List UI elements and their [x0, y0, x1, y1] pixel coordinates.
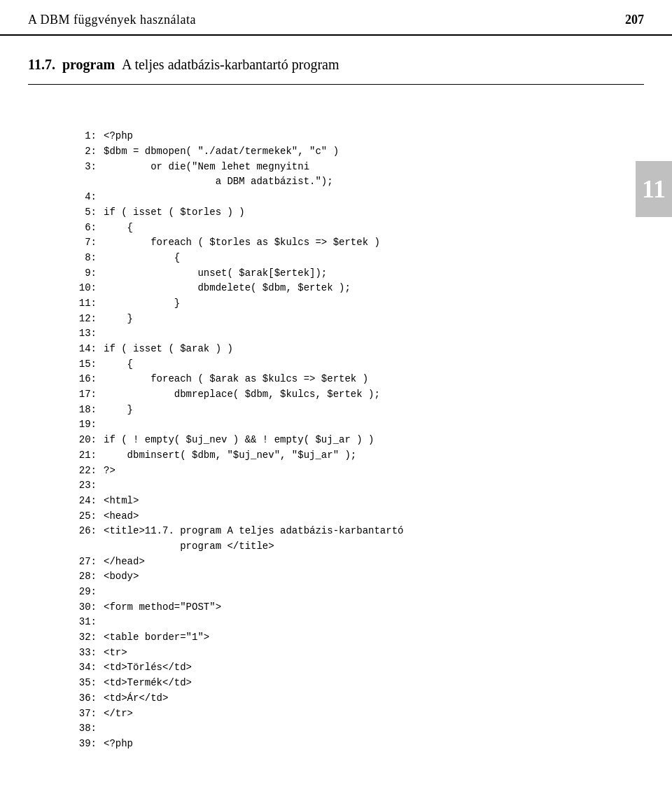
line-content: { — [104, 221, 133, 236]
page-header: A DBM függvények használata 207 — [0, 0, 672, 36]
code-line: 2:$dbm = dbmopen( "./adat/termekek", "c"… — [70, 144, 644, 160]
code-line: 15: { — [70, 357, 644, 372]
line-number: 18: — [70, 403, 104, 418]
line-content: if ( ! empty( $uj_nev ) && ! empty( $uj_… — [104, 433, 374, 448]
code-line: 24:<html> — [70, 494, 644, 509]
line-content: <form method="POST"> — [104, 600, 221, 615]
line-number: 35: — [70, 676, 104, 691]
code-line: 8: { — [70, 251, 644, 266]
code-line: 33:<tr> — [70, 646, 644, 661]
line-number: 4: — [70, 190, 104, 205]
line-number: 17: — [70, 387, 104, 403]
code-line: 31: — [70, 615, 644, 630]
code-line: 9: unset( $arak[$ertek]); — [70, 266, 644, 281]
line-number: 20: — [70, 433, 104, 448]
code-line: 36:<td>Ár</td> — [70, 691, 644, 706]
line-number: 8: — [70, 251, 104, 266]
line-number: 21: — [70, 448, 104, 464]
code-line: 35:<td>Termék</td> — [70, 676, 644, 691]
line-number: 25: — [70, 509, 104, 524]
line-content: <td>Termék</td> — [104, 676, 192, 691]
line-number: 33: — [70, 646, 104, 661]
code-line: 26:<title>11.7. program A teljes adatbáz… — [70, 524, 644, 554]
line-content: <td>Törlés</td> — [104, 660, 192, 676]
code-line: 13: — [70, 326, 644, 342]
code-line: 32:<table border="1"> — [70, 630, 644, 646]
line-content: foreach ( $torles as $kulcs => $ertek ) — [104, 235, 380, 251]
line-content: <?php — [104, 737, 133, 752]
line-content: <body> — [104, 569, 139, 585]
line-number: 36: — [70, 691, 104, 706]
page-container: A DBM függvények használata 207 11 11.7.… — [0, 0, 672, 794]
line-content: foreach ( $arak as $kulcs => $ertek ) — [104, 372, 368, 387]
header-title: A DBM függvények használata — [28, 13, 196, 27]
line-content: <table border="1"> — [104, 630, 209, 646]
line-number: 7: — [70, 235, 104, 251]
code-line: 10: dbmdelete( $dbm, $ertek ); — [70, 281, 644, 296]
code-line: 21: dbminsert( $dbm, "$uj_nev", "$uj_ar"… — [70, 448, 644, 464]
line-content: dbmreplace( $dbm, $kulcs, $ertek ); — [104, 387, 380, 403]
line-content: } — [104, 312, 133, 327]
code-line: 23: — [70, 478, 644, 494]
line-content: </tr> — [104, 706, 133, 722]
code-line: 11: } — [70, 296, 644, 312]
code-block: 1:<?php2:$dbm = dbmopen( "./adat/termeke… — [28, 99, 644, 752]
line-number: 5: — [70, 205, 104, 221]
main-content: 11.7. program A teljes adatbázis-karbant… — [0, 36, 672, 773]
line-content: <td>Ár</td> — [104, 691, 168, 706]
line-content: <html> — [104, 494, 139, 509]
code-line: 19: — [70, 417, 644, 433]
section-heading: 11.7. program A teljes adatbázis-karbant… — [28, 57, 644, 73]
line-number: 19: — [70, 417, 104, 433]
code-line: 3: or die("Nem lehet megnyitni a DBM ada… — [70, 160, 644, 190]
line-content: if ( isset ( $arak ) ) — [104, 342, 233, 357]
line-content: <tr> — [104, 646, 127, 661]
code-line: 16: foreach ( $arak as $kulcs => $ertek … — [70, 372, 644, 387]
code-line: 25:<head> — [70, 509, 644, 524]
page-number: 207 — [625, 13, 644, 27]
line-content: } — [104, 403, 133, 418]
line-number: 12: — [70, 312, 104, 327]
line-content: dbmdelete( $dbm, $ertek ); — [104, 281, 351, 296]
code-line: 12: } — [70, 312, 644, 327]
chapter-tab: 11 — [636, 161, 672, 217]
section-number: 11.7. — [28, 57, 55, 73]
code-line: 39:<?php — [70, 737, 644, 752]
line-content: } — [104, 296, 180, 312]
line-number: 2: — [70, 144, 104, 160]
line-number: 38: — [70, 721, 104, 737]
line-number: 10: — [70, 281, 104, 296]
code-line: 27:</head> — [70, 555, 644, 570]
code-line: 30:<form method="POST"> — [70, 600, 644, 615]
code-line: 6: { — [70, 221, 644, 236]
code-line: 1:<?php — [70, 129, 644, 144]
line-content: ?> — [104, 464, 115, 479]
line-content: dbminsert( $dbm, "$uj_nev", "$uj_ar" ); — [104, 448, 356, 464]
line-number: 24: — [70, 494, 104, 509]
code-line: 17: dbmreplace( $dbm, $kulcs, $ertek ); — [70, 387, 644, 403]
line-content: { — [104, 357, 133, 372]
line-number: 13: — [70, 326, 104, 342]
code-line: 37:</tr> — [70, 706, 644, 722]
code-line: 5:if ( isset ( $torles ) ) — [70, 205, 644, 221]
code-line: 34:<td>Törlés</td> — [70, 660, 644, 676]
line-number: 31: — [70, 615, 104, 630]
code-line: 22:?> — [70, 464, 644, 479]
code-line: 38: — [70, 721, 644, 737]
line-number: 22: — [70, 464, 104, 479]
line-content: </head> — [104, 555, 145, 570]
line-number: 26: — [70, 524, 104, 539]
line-number: 32: — [70, 630, 104, 646]
line-number: 34: — [70, 660, 104, 676]
line-number: 39: — [70, 737, 104, 752]
line-number: 29: — [70, 585, 104, 600]
section-divider — [28, 84, 644, 85]
chapter-tab-number: 11 — [642, 174, 666, 204]
line-number: 11: — [70, 296, 104, 312]
line-number: 15: — [70, 357, 104, 372]
line-number: 6: — [70, 221, 104, 236]
line-content: or die("Nem lehet megnyitni a DBM adatbá… — [104, 160, 333, 190]
line-content: $dbm = dbmopen( "./adat/termekek", "c" ) — [104, 144, 339, 160]
line-content: { — [104, 251, 180, 266]
section-title: A teljes adatbázis-karbantartó program — [122, 57, 339, 73]
